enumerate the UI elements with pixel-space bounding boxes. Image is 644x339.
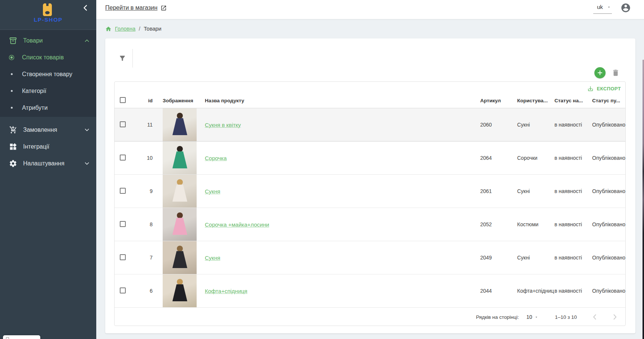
table-body: 11 Сукня в квітку 2060 Сукні в наявності… xyxy=(115,108,625,308)
product-name-link[interactable]: Сукня xyxy=(205,188,220,195)
cell-category: Сорочки xyxy=(517,155,554,161)
sidebar-item-product-list[interactable]: Список товарів xyxy=(0,49,96,66)
logo-block: LP-SHOP xyxy=(0,0,96,30)
filter-funnel-icon[interactable] xyxy=(119,55,126,62)
product-image xyxy=(163,274,197,307)
inventory-box-icon xyxy=(9,37,17,45)
content-paper: ЕКСПОРТ id Зображення Назва продукту Арт… xyxy=(105,38,635,333)
cell-published: Опубліковано xyxy=(592,188,625,194)
cell-stock: в наявності xyxy=(554,188,592,194)
row-checkbox[interactable] xyxy=(120,287,126,293)
caret-down-icon xyxy=(607,5,611,9)
sidebar-item-label: Інтеграції xyxy=(23,143,90,150)
sidebar-item-products[interactable]: Товари xyxy=(0,32,96,49)
table-row[interactable]: 8 Сорочка +майка+лосини 2052 Костюми в н… xyxy=(115,208,625,241)
breadcrumb-separator: / xyxy=(139,26,140,32)
home-icon xyxy=(105,26,112,32)
external-link-icon xyxy=(160,5,167,11)
breadcrumb-current: Товари xyxy=(144,26,162,32)
cell-category: Костюми xyxy=(517,221,554,227)
product-name-link[interactable]: Сорочка xyxy=(205,155,227,161)
table-row[interactable]: 7 Сукня 2049 Сукні в наявності Опубліков… xyxy=(115,241,625,274)
header-stock: Статус на... xyxy=(554,98,592,103)
cell-sku: 2064 xyxy=(480,155,517,161)
cell-stock: в наявності xyxy=(554,155,592,161)
radio-selected-icon xyxy=(8,54,15,61)
sidebar-item-categories[interactable]: Категорії xyxy=(0,83,96,99)
table-row[interactable]: 9 Сукня 2061 Сукні в наявності Опубліков… xyxy=(115,175,625,208)
sidebar-item-integrations[interactable]: Інтеграції xyxy=(0,138,96,155)
row-checkbox[interactable] xyxy=(120,254,126,260)
filter-divider xyxy=(132,49,133,68)
account-avatar-icon[interactable] xyxy=(620,3,631,13)
caret-down-icon xyxy=(534,315,538,319)
cell-sku: 2044 xyxy=(480,288,517,294)
table-row[interactable]: 10 Сорочка 2064 Сорочки в наявності Опуб… xyxy=(115,141,625,175)
gear-icon xyxy=(9,159,17,168)
topbar: Перейти в магазин uk xyxy=(96,0,644,19)
rows-per-page-select[interactable]: 10 xyxy=(526,314,539,320)
logo-text: LP-SHOP xyxy=(0,16,96,23)
product-name-link[interactable]: Сукня xyxy=(205,255,220,261)
sidebar-item-attributes[interactable]: Атрибути xyxy=(0,99,96,116)
product-name-link[interactable]: Сорочка +майка+лосини xyxy=(205,221,269,228)
product-name-link[interactable]: Сукня в квітку xyxy=(205,122,241,128)
export-label: ЕКСПОРТ xyxy=(597,86,621,91)
sidebar-item-label: Атрибути xyxy=(22,105,48,111)
sidebar-item-label: Замовлення xyxy=(23,127,84,133)
product-image xyxy=(163,141,197,174)
pagination: Рядків на сторінці: 10 1–10 з 10 xyxy=(115,308,625,326)
breadcrumb-home-link[interactable]: Головна xyxy=(115,26,135,32)
product-image xyxy=(163,208,197,241)
sidebar-item-settings[interactable]: Налаштування xyxy=(0,155,96,172)
delete-button[interactable] xyxy=(612,69,620,77)
pagination-range: 1–10 з 10 xyxy=(555,314,577,320)
sidebar-item-orders[interactable]: Замовлення xyxy=(0,121,96,138)
cell-category: Сукні xyxy=(517,188,554,194)
row-checkbox[interactable] xyxy=(120,155,126,161)
cell-id: 7 xyxy=(132,255,153,261)
widgets-icon xyxy=(9,143,17,151)
header-name: Назва продукту xyxy=(197,98,480,103)
shop-bag-logo-icon xyxy=(41,3,53,16)
row-checkbox[interactable] xyxy=(120,188,126,194)
table-row[interactable]: 6 Кофта+спідниця 2044 Кофта+спідниц в на… xyxy=(115,274,625,308)
header-image: Зображення xyxy=(153,98,197,103)
next-page-icon[interactable] xyxy=(610,312,619,321)
add-shopping-cart-icon xyxy=(9,126,17,134)
sidebar-collapse-icon[interactable] xyxy=(81,4,90,12)
language-select[interactable]: uk xyxy=(593,4,612,14)
bottom-left-cropped-panel xyxy=(3,335,40,339)
export-button[interactable]: ЕКСПОРТ xyxy=(587,85,621,92)
small-glyph-icon xyxy=(6,337,9,339)
select-underline xyxy=(593,13,612,14)
product-image xyxy=(163,108,197,141)
row-checkbox[interactable] xyxy=(120,121,126,127)
cell-id: 6 xyxy=(132,288,153,294)
sidebar-item-create-product[interactable]: Створення товару xyxy=(0,66,96,83)
prev-page-icon[interactable] xyxy=(590,312,599,321)
product-name-link[interactable]: Кофта+спідниця xyxy=(205,288,247,294)
cell-id: 10 xyxy=(132,155,153,161)
select-all-checkbox[interactable] xyxy=(120,97,126,103)
header-published: Статус пу... xyxy=(592,98,625,103)
cell-published: Опубліковано xyxy=(592,122,625,128)
bullet-icon xyxy=(8,105,15,111)
cell-sku: 2052 xyxy=(480,221,517,227)
plus-icon xyxy=(597,69,603,76)
row-checkbox[interactable] xyxy=(120,221,126,227)
sidebar: LP-SHOP Товари Список товарів Створення … xyxy=(0,0,96,339)
cell-stock: в наявності xyxy=(554,221,592,227)
right-edge-sliver xyxy=(643,60,644,339)
table-row[interactable]: 11 Сукня в квітку 2060 Сукні в наявності… xyxy=(115,108,625,141)
breadcrumb: Головна / Товари xyxy=(105,23,162,34)
sidebar-item-label: Категорії xyxy=(22,88,46,94)
chevron-down-icon xyxy=(84,127,90,133)
main-area: Перейти в магазин uk Головна / Товари xyxy=(96,0,644,339)
cell-stock: в наявності xyxy=(554,122,592,128)
chevron-down-icon xyxy=(84,160,90,167)
add-product-button[interactable] xyxy=(594,67,606,78)
sidebar-item-label: Товари xyxy=(23,37,84,44)
product-image xyxy=(163,241,197,274)
go-to-store-link[interactable]: Перейти в магазин xyxy=(105,4,167,11)
